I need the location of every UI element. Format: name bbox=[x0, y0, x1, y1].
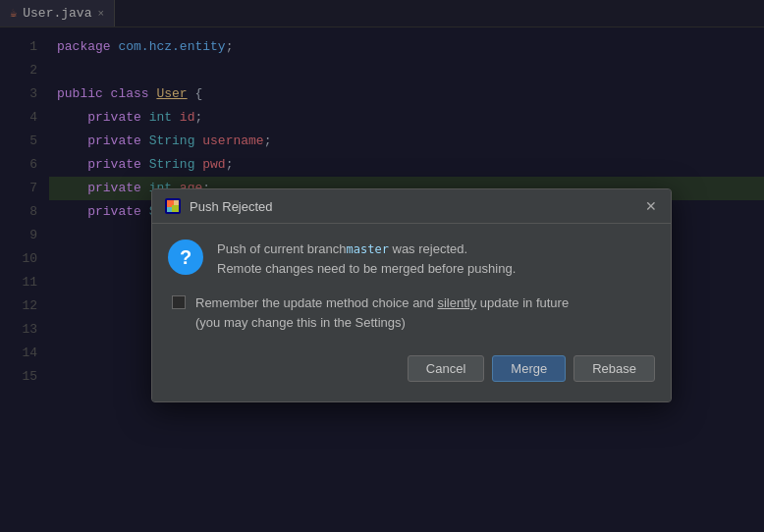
merge-button[interactable]: Merge bbox=[492, 355, 566, 382]
dialog-title-text: Push Rejected bbox=[190, 199, 273, 214]
dialog-msg-suffix: was rejected. bbox=[389, 241, 467, 256]
cancel-button[interactable]: Cancel bbox=[408, 355, 484, 382]
dialog-title-icon bbox=[164, 197, 182, 215]
rebase-button[interactable]: Rebase bbox=[573, 355, 655, 382]
question-icon: ? bbox=[168, 239, 203, 275]
checkbox-label-underline: silently bbox=[437, 295, 476, 310]
dialog-message-line2: Remote changes need to be merged before … bbox=[217, 259, 516, 279]
push-rejected-dialog: Push Rejected ✕ ? Push of current branch… bbox=[151, 188, 672, 402]
dialog-body: ? Push of current branchmaster was rejec… bbox=[152, 224, 671, 401]
dialog-overlay: Push Rejected ✕ ? Push of current branch… bbox=[0, 0, 764, 532]
svg-rect-4 bbox=[174, 200, 179, 205]
dialog-message: Push of current branchmaster was rejecte… bbox=[217, 239, 516, 278]
dialog-checkbox-row: Remember the update method choice and si… bbox=[168, 293, 655, 332]
intellij-icon bbox=[165, 198, 181, 214]
dialog-close-button[interactable]: ✕ bbox=[643, 198, 659, 214]
dialog-buttons: Cancel Merge Rebase bbox=[168, 347, 655, 386]
dialog-message-line1: Push of current branchmaster was rejecte… bbox=[217, 239, 516, 259]
checkbox-label-part1: Remember the update method choice and bbox=[195, 295, 437, 310]
editor: ☕ User.java × 1 2 3 4 5 6 7 8 9 10 11 12… bbox=[0, 0, 764, 532]
checkbox-label-part2: update in future bbox=[476, 295, 569, 310]
dialog-title-left: Push Rejected bbox=[164, 197, 273, 215]
checkbox-label-part3: (you may change this in the Settings) bbox=[195, 315, 406, 330]
svg-rect-3 bbox=[167, 207, 172, 212]
dialog-checkbox[interactable] bbox=[172, 295, 186, 309]
dialog-titlebar: Push Rejected ✕ bbox=[152, 189, 671, 224]
dialog-message-row: ? Push of current branchmaster was rejec… bbox=[168, 239, 655, 278]
svg-rect-2 bbox=[172, 205, 179, 212]
dialog-checkbox-label: Remember the update method choice and si… bbox=[195, 293, 569, 332]
dialog-branch: master bbox=[347, 242, 389, 256]
dialog-msg-prefix: Push of current branch bbox=[217, 241, 347, 256]
